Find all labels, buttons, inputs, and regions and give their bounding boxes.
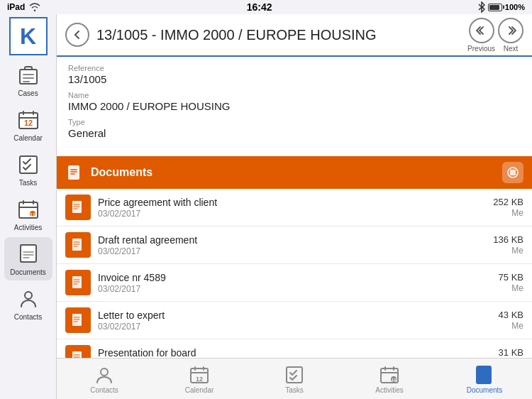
- doc-size: 31 KB: [499, 347, 523, 358]
- page-title: 13/1005 - IMMO 2000 / EUROPE HOUSING: [96, 27, 460, 43]
- status-bar: iPad 16:42 100%: [0, 0, 532, 14]
- sidebar-item-calendar[interactable]: 12 Calendar: [4, 103, 52, 146]
- doc-size: 43 KB: [499, 310, 523, 320]
- doc-name: Price agreement with client: [98, 197, 493, 208]
- sidebar-cases-label: Cases: [18, 89, 38, 97]
- battery-text: 100%: [505, 3, 525, 11]
- document-list: Price agreement with client 03/02/2017 2…: [57, 189, 532, 358]
- reference-field: Reference 13/1005: [68, 64, 521, 85]
- next-label: Next: [504, 45, 519, 53]
- tab-documents-icon: [474, 364, 495, 386]
- type-label: Type: [68, 118, 521, 126]
- document-item[interactable]: Invoice nr 4589 03/02/2017 75 KB Me: [57, 264, 532, 302]
- doc-file-icon: [65, 270, 91, 295]
- docs-action-button[interactable]: [502, 162, 523, 183]
- doc-name: Presentation for board: [98, 347, 499, 359]
- tab-activities[interactable]: 12 Activities: [361, 364, 418, 394]
- tab-tasks[interactable]: Tasks: [266, 364, 323, 394]
- tab-calendar[interactable]: 12 Calendar: [171, 364, 228, 394]
- reference-value: 13/1005: [68, 73, 521, 85]
- doc-owner: Me: [499, 321, 523, 331]
- bluetooth-icon: [478, 1, 485, 13]
- svg-rect-3: [23, 81, 30, 82]
- document-item[interactable]: Price agreement with client 03/02/2017 2…: [57, 189, 532, 226]
- detail-body: Reference 13/1005 Name IMMO 2000 / EUROP…: [57, 57, 532, 152]
- document-item[interactable]: Draft rental agreement 03/02/2017 136 KB…: [57, 226, 532, 264]
- doc-date: 03/02/2017: [98, 209, 493, 219]
- tab-contacts-icon: [94, 364, 115, 386]
- previous-button[interactable]: Previous: [467, 18, 495, 53]
- tab-documents-label: Documents: [467, 386, 503, 394]
- doc-size: 252 KB: [493, 197, 523, 207]
- doc-owner: Me: [499, 283, 523, 293]
- svg-text:12: 12: [392, 378, 397, 382]
- next-button[interactable]: Next: [498, 18, 523, 53]
- svg-text:12: 12: [196, 376, 203, 383]
- svg-text:12: 12: [30, 212, 35, 217]
- tab-documents[interactable]: Documents: [456, 364, 513, 394]
- sidebar-item-tasks[interactable]: Tasks: [4, 148, 52, 191]
- doc-file-icon: [65, 232, 91, 258]
- sidebar-contacts-label: Contacts: [14, 313, 42, 321]
- doc-file-icon: [65, 195, 91, 220]
- name-value: IMMO 2000 / EUROPE HOUSING: [68, 100, 521, 112]
- status-left: iPad: [7, 2, 40, 12]
- tab-tasks-icon: [284, 364, 305, 386]
- doc-info: Price agreement with client 03/02/2017: [98, 197, 493, 219]
- doc-meta: 31 KB Me: [499, 347, 523, 358]
- reference-label: Reference: [68, 64, 521, 72]
- tab-contacts[interactable]: Contacts: [76, 364, 133, 394]
- battery-indicator: [488, 4, 502, 11]
- sidebar-item-activities[interactable]: 12 Activities: [4, 192, 52, 236]
- doc-name: Draft rental agreement: [98, 234, 493, 246]
- app-logo[interactable]: K: [9, 17, 48, 55]
- back-button[interactable]: [65, 23, 89, 47]
- svg-rect-29: [477, 366, 491, 383]
- doc-date: 03/02/2017: [98, 322, 499, 332]
- tab-activities-icon: 12: [379, 364, 400, 386]
- tab-calendar-label: Calendar: [185, 386, 214, 394]
- sidebar-documents-label: Documents: [10, 268, 46, 276]
- doc-info: Presentation for board 03/02/2017: [98, 347, 499, 359]
- svg-rect-6: [20, 156, 37, 173]
- svg-text:12: 12: [23, 119, 32, 127]
- sidebar-item-documents[interactable]: Documents: [4, 237, 52, 280]
- doc-name: Letter to expert: [98, 310, 499, 321]
- doc-meta: 75 KB Me: [499, 272, 523, 293]
- doc-date: 03/02/2017: [98, 284, 499, 294]
- doc-file-icon: [65, 307, 91, 333]
- svg-rect-15: [510, 170, 516, 175]
- svg-rect-2: [23, 77, 34, 79]
- tab-bar: Contacts 12 Calendar: [57, 358, 532, 399]
- doc-owner: Me: [493, 246, 523, 256]
- tab-calendar-icon: 12: [189, 364, 210, 386]
- name-label: Name: [68, 91, 521, 99]
- doc-info: Letter to expert 03/02/2017: [98, 310, 499, 332]
- sidebar-activities-label: Activities: [14, 224, 42, 231]
- document-item[interactable]: Presentation for board 03/02/2017 31 KB …: [57, 339, 532, 358]
- doc-date: 03/02/2017: [98, 246, 493, 256]
- docs-header-icon: [65, 163, 85, 182]
- tab-activities-label: Activities: [375, 386, 403, 394]
- navigation-buttons: Previous Next: [467, 18, 523, 53]
- tab-contacts-label: Contacts: [90, 386, 118, 394]
- sidebar-item-contacts[interactable]: Contacts: [4, 282, 52, 325]
- status-right: 100%: [478, 1, 525, 13]
- main-content: 13/1005 - IMMO 2000 / EUROPE HOUSING Pre…: [57, 14, 532, 399]
- doc-meta: 43 KB Me: [499, 310, 523, 331]
- tasks-icon: [16, 152, 41, 177]
- wifi-icon: [29, 3, 40, 11]
- carrier-text: iPad: [7, 2, 25, 12]
- doc-meta: 252 KB Me: [493, 197, 523, 218]
- tab-tasks-label: Tasks: [285, 386, 304, 394]
- svg-rect-1: [23, 74, 34, 75]
- doc-owner: Me: [493, 208, 523, 218]
- doc-info: Draft rental agreement 03/02/2017: [98, 234, 493, 256]
- svg-point-22: [101, 368, 108, 376]
- svg-rect-25: [287, 367, 302, 383]
- type-field: Type General: [68, 118, 521, 139]
- svg-point-12: [25, 292, 32, 299]
- sidebar-item-cases[interactable]: Cases: [4, 58, 52, 102]
- sidebar-tasks-label: Tasks: [19, 179, 38, 187]
- document-item[interactable]: Letter to expert 03/02/2017 43 KB Me: [57, 302, 532, 339]
